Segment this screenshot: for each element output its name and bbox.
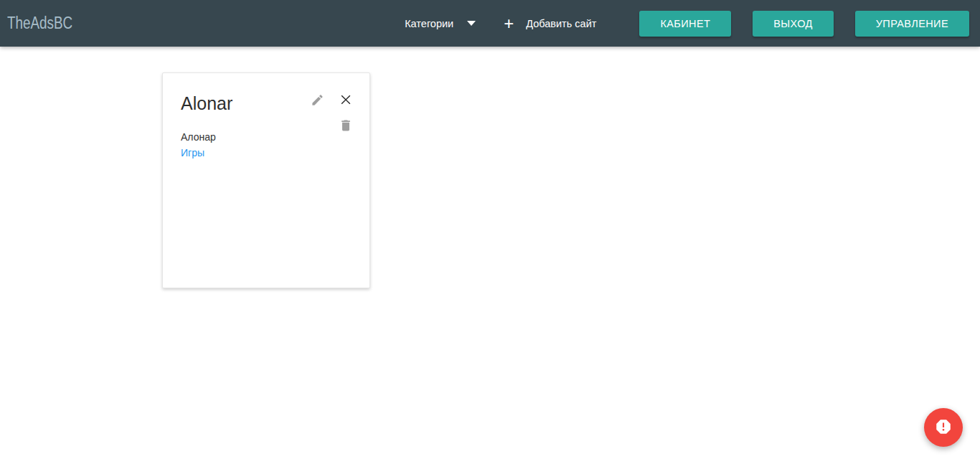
- navbar-actions: Категории + Добавить сайт КАБИНЕТ ВЫХОД …: [405, 11, 969, 37]
- pencil-icon: [311, 93, 324, 109]
- site-card-title: Alonar: [181, 93, 232, 114]
- site-category-link[interactable]: Игры: [181, 147, 204, 158]
- top-navbar: TheAdsBC Категории + Добавить сайт КАБИН…: [0, 0, 980, 47]
- site-card: Alonar Алонар Игры: [162, 72, 370, 288]
- report-icon: [934, 417, 953, 438]
- close-icon: [339, 93, 353, 109]
- logout-button[interactable]: ВЫХОД: [753, 11, 833, 37]
- cabinet-button[interactable]: КАБИНЕТ: [639, 11, 731, 37]
- chevron-down-icon: [467, 21, 476, 26]
- app-screen: TheAdsBC Категории + Добавить сайт КАБИН…: [0, 0, 980, 464]
- management-button[interactable]: УПРАВЛЕНИЕ: [855, 11, 969, 37]
- categories-dropdown[interactable]: Категории: [405, 18, 476, 29]
- add-site-label: Добавить сайт: [526, 18, 596, 29]
- categories-dropdown-label: Категории: [405, 18, 453, 29]
- delete-button[interactable]: [336, 117, 355, 136]
- plus-icon: +: [504, 15, 514, 32]
- add-site-button[interactable]: + Добавить сайт: [504, 15, 596, 32]
- close-button[interactable]: [336, 91, 355, 110]
- trash-icon: [339, 118, 353, 135]
- edit-button[interactable]: [308, 92, 326, 110]
- report-fab-button[interactable]: [924, 408, 963, 447]
- site-name: Алонар: [181, 131, 216, 143]
- app-logo[interactable]: TheAdsBC: [7, 14, 72, 33]
